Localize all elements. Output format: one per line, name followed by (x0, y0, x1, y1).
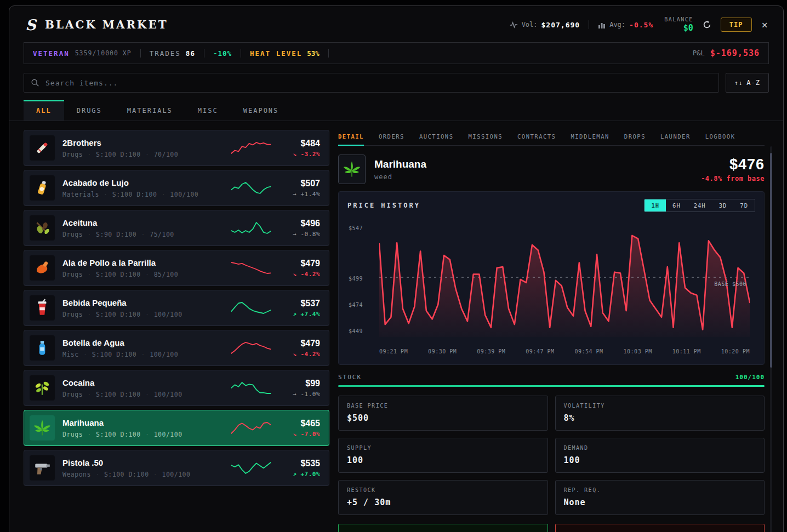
item-category: Weapons (62, 471, 91, 478)
stat-value: +5 / 30m (347, 497, 539, 507)
tip-button[interactable]: TIP (721, 18, 752, 32)
tab-materials[interactable]: MATERIALS (115, 100, 185, 121)
search-icon (31, 78, 39, 87)
sell-button[interactable]: [ SELL ] (555, 524, 765, 532)
y-axis-label: $499 (349, 276, 363, 282)
stat-box-rep-req: REP. REQ. None (555, 480, 765, 515)
tab-weapons[interactable]: WEAPONS (231, 100, 292, 121)
app-title: BLACK MARKET (45, 18, 168, 31)
item-price-block: $535 ↗ +7.0% (278, 459, 320, 478)
item-category: Drugs (62, 271, 83, 278)
item-price-block: $479 ↘ -4.2% (278, 339, 320, 358)
detail-tab-detail[interactable]: DETAIL (338, 130, 364, 146)
list-item-2brothers[interactable]: 2Brothers Drugs· S:100 D:100· 70/100 $48… (24, 130, 329, 166)
balance-block: BALANCE $0 (664, 16, 693, 34)
item-price-block: $479 ↘ -4.2% (278, 259, 320, 278)
item-info: Aceituna Drugs· S:90 D:100· 75/100 (62, 218, 224, 238)
meta-separator: · (104, 192, 107, 197)
item-sparkline (231, 141, 271, 155)
range-6h[interactable]: 6H (666, 199, 687, 211)
item-list: 2Brothers Drugs· S:100 D:100· 70/100 $48… (24, 130, 329, 532)
list-item-ala-de-pollo-a-la-parrilla[interactable]: Ala de Pollo a la Parrilla Drugs· S:100 … (24, 250, 329, 286)
item-meta: Drugs· S:100 D:100· 85/100 (62, 271, 224, 278)
list-item-aceituna[interactable]: Aceituna Drugs· S:90 D:100· 75/100 $496 … (24, 210, 329, 246)
water-bottle-icon (30, 335, 55, 361)
item-price-change: ↗ +7.0% (278, 471, 320, 478)
price-history-chart: BASE $500 (379, 222, 750, 337)
chicken-wing-icon (30, 255, 55, 281)
list-item-coca-na[interactable]: Cocaína Drugs· S:100 D:100· 100/100 $99 … (24, 370, 329, 406)
tab-misc[interactable]: MISC (185, 100, 231, 121)
list-item-botella-de-agua[interactable]: Botella de Agua Misc· S:100 D:100· 100/1… (24, 330, 329, 366)
stat-value: None (564, 497, 756, 507)
detail-tabs: DETAILORDERSAUCTIONSMISSIONSCONTRACTSMID… (338, 130, 765, 146)
list-item-pistola-50[interactable]: Pistola .50 Weapons· S:100 D:100· 100/10… (24, 450, 329, 486)
buy-button[interactable]: [ BUY ] (338, 524, 548, 532)
item-supply-demand: S:90 D:100 (96, 231, 136, 238)
item-price-change: → -0.8% (278, 231, 320, 238)
search-input[interactable] (45, 79, 712, 87)
pistol-icon (30, 455, 55, 480)
base-price-label: BASE $500 (714, 281, 746, 287)
stat-label: BASE PRICE (347, 403, 539, 409)
range-1h[interactable]: 1H (645, 199, 666, 211)
stat-box-restock: RESTOCK +5 / 30m (338, 480, 548, 515)
item-info: Marihuana Drugs· S:100 D:100· 100/100 (62, 418, 224, 438)
range-7d[interactable]: 7D (733, 199, 755, 211)
item-price-block: $496 → -0.8% (278, 219, 320, 238)
item-category: Drugs (62, 431, 83, 438)
item-price: $535 (278, 459, 320, 468)
detail-pricing: $476 -4.8% from base (701, 156, 765, 182)
x-axis-label: 09:30 PM (428, 348, 457, 354)
price-history-title: PRICE HISTORY (347, 202, 420, 209)
chart-y-axis: $547$499$474$449 (349, 222, 375, 337)
item-sparkline (231, 181, 271, 195)
meta-separator: · (146, 432, 149, 437)
list-item-acabado-de-lujo[interactable]: Acabado de Lujo Materials· S:100 D:100· … (24, 170, 329, 206)
action-row: [ BUY ] [ SELL ] (338, 524, 765, 532)
sort-az-button[interactable]: ↑↓ A-Z (726, 73, 769, 93)
item-price-change: → +1.4% (278, 191, 320, 198)
item-price-change: → -1.0% (278, 391, 320, 398)
meta-separator: · (88, 432, 91, 437)
stock-value: 100/100 (735, 374, 765, 381)
statsbar-divider (204, 49, 204, 58)
detail-scrollbar-thumb[interactable] (770, 153, 772, 368)
list-item-bebida-peque-a[interactable]: Bebida Pequeña Drugs· S:100 D:100· 100/1… (24, 290, 329, 326)
meta-separator: · (88, 312, 91, 317)
item-price-change: ↗ +7.4% (278, 311, 320, 318)
sort-arrows-icon: ↑↓ (734, 79, 743, 87)
item-price-block: $484 ↘ -3.2% (278, 139, 320, 158)
price-history-card: PRICE HISTORY 1H6H24H3D7D $547$499$474$4… (338, 191, 765, 365)
item-stock: 100/100 (150, 351, 178, 358)
detail-tab-orders[interactable]: ORDERS (379, 130, 404, 146)
meta-separator: · (88, 152, 91, 157)
detail-tab-contracts[interactable]: CONTRACTS (517, 130, 556, 146)
item-stock: 100/100 (154, 311, 183, 318)
statsbar-divider (140, 49, 141, 58)
detail-tab-launder[interactable]: LAUNDER (660, 130, 691, 146)
list-item-marihuana[interactable]: Marihuana Drugs· S:100 D:100· 100/100 $4… (24, 410, 329, 446)
item-category: Drugs (62, 231, 83, 238)
detail-tab-logbook[interactable]: LOGBOOK (705, 130, 735, 146)
range-24h[interactable]: 24H (687, 199, 712, 211)
item-sparkline (231, 421, 271, 435)
search-box[interactable] (24, 73, 719, 93)
tab-drugs[interactable]: DRUGS (64, 100, 115, 121)
item-name: Botella de Agua (62, 338, 224, 347)
detail-tab-drops[interactable]: DROPS (624, 130, 646, 146)
x-axis-label: 10:11 PM (672, 348, 701, 354)
detail-tab-middleman[interactable]: MIDDLEMAN (571, 130, 609, 146)
y-axis-label: $449 (349, 328, 363, 334)
meta-separator: · (88, 392, 91, 397)
item-price-change: ↘ -4.2% (278, 271, 320, 278)
close-icon[interactable]: × (761, 19, 769, 31)
detail-tab-auctions[interactable]: AUCTIONS (419, 130, 454, 146)
balance-value: $0 (664, 23, 693, 34)
tab-all[interactable]: ALL (24, 100, 64, 121)
refresh-icon[interactable] (702, 20, 712, 30)
item-meta: Weapons· S:100 D:100· 100/100 (62, 471, 224, 478)
item-stock: 75/100 (150, 231, 174, 238)
range-3d[interactable]: 3D (712, 199, 734, 211)
detail-tab-missions[interactable]: MISSIONS (468, 130, 503, 146)
